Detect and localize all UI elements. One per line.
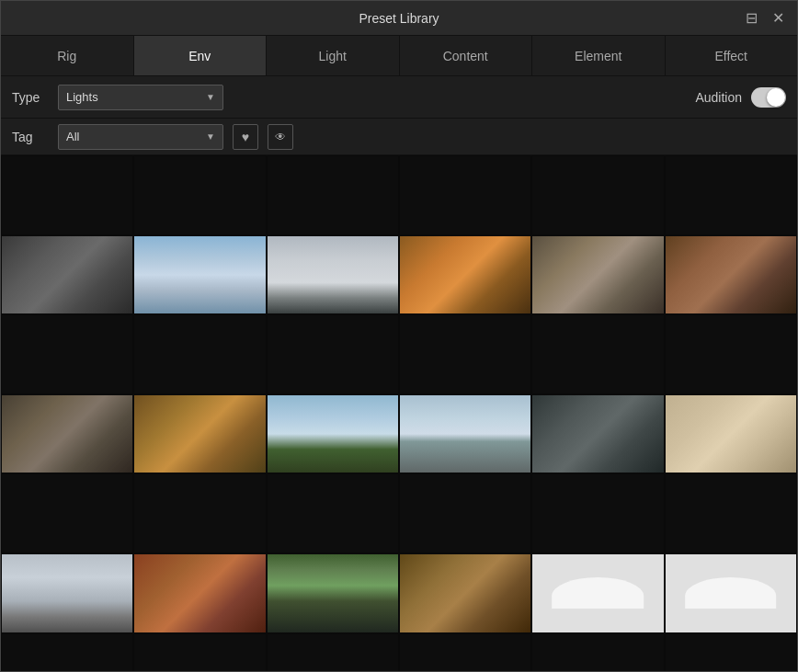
list-item[interactable] (665, 155, 797, 235)
preset-thumbnail (532, 236, 663, 314)
tabs-bar: Rig Env Light Content Element Effect (1, 36, 797, 76)
type-dropdown[interactable]: Lights ▼ (58, 85, 223, 110)
audition-toggle[interactable] (751, 87, 786, 108)
tag-dropdown-value: All (66, 130, 79, 143)
list-item[interactable] (531, 553, 664, 633)
list-item[interactable] (665, 314, 797, 394)
list-item[interactable] (665, 235, 797, 315)
type-dropdown-value: Lights (66, 90, 98, 104)
list-item[interactable] (267, 235, 399, 315)
list-item[interactable] (531, 473, 664, 553)
tag-dropdown[interactable]: All ▼ (58, 124, 223, 150)
list-item[interactable] (133, 235, 266, 315)
list-item[interactable] (267, 553, 399, 633)
preset-grid-container[interactable] (1, 155, 797, 671)
heart-icon: ♥ (242, 130, 249, 144)
visibility-button[interactable]: 👁 (268, 124, 293, 150)
list-item[interactable] (133, 394, 266, 474)
tab-rig[interactable]: Rig (1, 36, 134, 75)
list-item[interactable] (399, 553, 531, 633)
favorites-button[interactable]: ♥ (233, 124, 258, 150)
tab-effect[interactable]: Effect (666, 36, 798, 75)
list-item[interactable] (1, 553, 133, 633)
preset-thumbnail (2, 554, 132, 632)
preset-thumbnail (2, 395, 132, 473)
list-item[interactable] (399, 155, 531, 235)
list-item[interactable] (665, 473, 797, 553)
list-item[interactable] (399, 314, 531, 394)
list-item[interactable] (267, 314, 399, 394)
tag-label: Tag (12, 130, 49, 144)
list-item[interactable] (1, 155, 133, 235)
preset-thumbnail (532, 395, 663, 473)
list-item[interactable] (133, 155, 266, 235)
preset-thumbnail (134, 395, 265, 473)
preset-thumbnail (134, 236, 265, 314)
preset-thumbnail (268, 236, 398, 314)
list-item[interactable] (399, 473, 531, 553)
tag-dropdown-arrow: ▼ (206, 131, 215, 142)
list-item[interactable] (133, 314, 266, 394)
list-item[interactable] (665, 553, 797, 633)
tab-env[interactable]: Env (134, 36, 268, 75)
list-item[interactable] (267, 394, 399, 474)
preset-thumbnail (268, 554, 398, 632)
list-item[interactable] (1, 633, 133, 671)
tab-content[interactable]: Content (400, 36, 533, 75)
list-item[interactable] (531, 235, 664, 315)
audition-section: Audition (695, 87, 786, 108)
toggle-knob (767, 88, 785, 107)
close-button[interactable]: ✕ (769, 7, 788, 28)
list-item[interactable] (1, 314, 133, 394)
list-item[interactable] (531, 314, 664, 394)
list-item[interactable] (267, 633, 399, 671)
list-item[interactable] (267, 473, 399, 553)
list-item[interactable] (665, 633, 797, 671)
audition-label: Audition (695, 90, 742, 105)
list-item[interactable] (399, 235, 531, 315)
window-title: Preset Library (359, 11, 439, 26)
preset-thumbnail (134, 554, 265, 632)
minimize-button[interactable]: ⊟ (742, 7, 761, 28)
list-item[interactable] (399, 394, 531, 474)
type-label: Type (12, 90, 49, 105)
list-item[interactable] (133, 473, 266, 553)
list-item[interactable] (133, 633, 266, 671)
title-bar-controls: ⊟ ✕ (742, 7, 788, 28)
eye-icon: 👁 (275, 131, 286, 143)
list-item[interactable] (665, 394, 797, 474)
list-item[interactable] (531, 394, 664, 474)
preset-thumbnail (400, 395, 530, 473)
preset-grid (1, 155, 797, 671)
preset-thumbnail (2, 236, 132, 314)
preset-thumbnail (400, 554, 530, 632)
tag-controls-bar: Tag All ▼ ♥ 👁 (1, 119, 797, 155)
list-item[interactable] (399, 633, 531, 671)
preset-thumbnail (666, 395, 796, 473)
type-dropdown-arrow: ▼ (206, 92, 215, 102)
tab-element[interactable]: Element (532, 36, 666, 75)
list-item[interactable] (531, 633, 664, 671)
list-item[interactable] (531, 155, 664, 235)
preset-thumbnail (666, 236, 796, 314)
list-item[interactable] (1, 473, 133, 553)
preset-library-window: Preset Library ⊟ ✕ Rig Env Light Content… (0, 0, 798, 672)
type-controls-bar: Type Lights ▼ Audition (1, 76, 797, 119)
list-item[interactable] (133, 553, 266, 633)
list-item[interactable] (267, 155, 399, 235)
preset-thumbnail (400, 236, 530, 314)
preset-thumbnail (268, 395, 398, 473)
list-item[interactable] (1, 394, 133, 474)
title-bar: Preset Library ⊟ ✕ (1, 1, 797, 36)
list-item[interactable] (1, 235, 133, 315)
tab-light[interactable]: Light (267, 36, 400, 75)
